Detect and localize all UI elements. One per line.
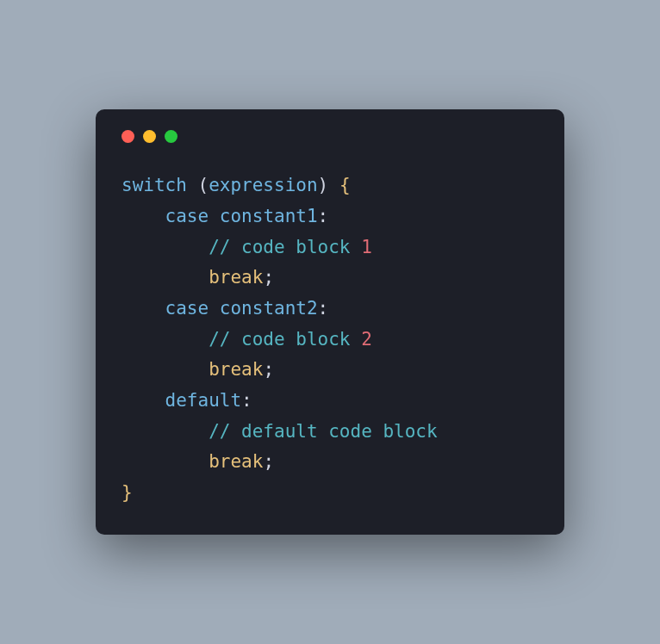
number-literal: 2 — [361, 329, 372, 350]
close-paren: ) — [318, 175, 339, 195]
comment: // code block — [209, 329, 361, 350]
indent — [121, 237, 209, 257]
comment: // code block — [209, 237, 361, 257]
semicolon: ; — [263, 451, 274, 472]
open-brace: { — [339, 175, 351, 195]
code-line: // default code block — [121, 421, 438, 442]
indent — [121, 421, 209, 442]
keyword-break: break — [209, 359, 263, 380]
keyword-case: case — [165, 206, 209, 226]
indent — [121, 206, 165, 226]
minimize-icon[interactable] — [143, 130, 156, 143]
open-paren: ( — [187, 175, 209, 195]
colon: : — [318, 298, 329, 319]
code-line: break; — [121, 451, 274, 472]
colon: : — [318, 206, 329, 226]
code-line: case constant1: — [121, 206, 328, 226]
code-line: switch (expression) { — [121, 175, 351, 195]
keyword-switch: switch — [121, 175, 187, 195]
identifier-constant2: constant2 — [220, 298, 318, 319]
space — [209, 298, 220, 319]
indent — [121, 451, 209, 472]
keyword-default: default — [165, 390, 242, 411]
code-line: } — [121, 482, 133, 503]
traffic-lights — [121, 130, 539, 143]
comment: // default code block — [209, 421, 438, 442]
identifier-expression: expression — [209, 175, 317, 195]
identifier-constant1: constant1 — [220, 206, 318, 226]
semicolon: ; — [263, 359, 274, 380]
indent — [121, 359, 209, 380]
maximize-icon[interactable] — [165, 130, 177, 143]
code-line: break; — [121, 359, 274, 380]
indent — [121, 267, 209, 288]
space — [209, 206, 220, 226]
code-line: break; — [121, 267, 274, 288]
code-line: // code block 1 — [121, 237, 372, 257]
keyword-break: break — [209, 267, 263, 288]
code-block: switch (expression) { case constant1: //… — [121, 170, 539, 509]
number-literal: 1 — [361, 237, 372, 257]
code-line: default: — [121, 390, 252, 411]
colon: : — [241, 390, 252, 411]
keyword-case: case — [165, 298, 209, 319]
close-brace: } — [121, 482, 133, 503]
semicolon: ; — [263, 267, 274, 288]
indent — [121, 329, 209, 350]
code-line: // code block 2 — [121, 329, 372, 350]
indent — [121, 390, 165, 411]
code-window: switch (expression) { case constant1: //… — [96, 109, 564, 535]
close-icon[interactable] — [121, 130, 134, 143]
keyword-break: break — [209, 451, 263, 472]
indent — [121, 298, 165, 319]
code-line: case constant2: — [121, 298, 328, 319]
